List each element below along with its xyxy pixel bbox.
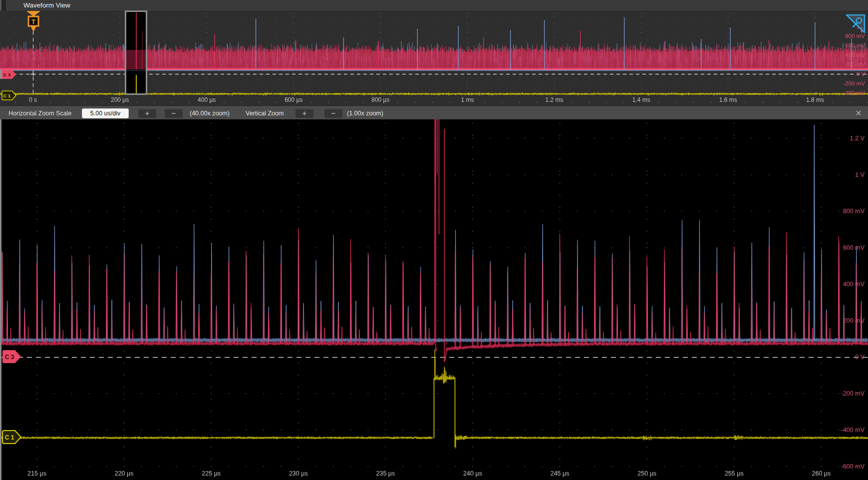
zoom-region-box[interactable]	[125, 10, 147, 95]
vertical-zoom-label: Vertical Zoom	[246, 110, 284, 117]
voltage-tick-label: -400 mV	[841, 427, 865, 434]
vertical-zoom-in-button[interactable]: +	[295, 109, 313, 118]
time-tick-label: 245 µs	[551, 470, 570, 477]
trigger-marker-icon[interactable]: T	[25, 10, 41, 33]
time-tick-label: 240 µs	[463, 470, 482, 477]
voltage-tick-label: 400 mV	[845, 52, 865, 58]
title-bar-left-notch-dark	[1, 0, 6, 10]
time-tick-label: 215 µs	[27, 470, 46, 477]
voltage-tick-label: 600 mV	[843, 244, 865, 251]
svg-text:C 3: C 3	[5, 354, 14, 361]
time-tick-label: 225 µs	[202, 470, 221, 477]
svg-text:C 3: C 3	[3, 72, 11, 77]
time-tick-label: 235 µs	[376, 470, 395, 477]
waveform-view-window: Waveform View 0 s200 µs400 µs600 µs800 µ…	[0, 0, 868, 480]
vertical-zoom-out-button[interactable]: −	[324, 109, 342, 118]
overview-c3-handle[interactable]: C 3	[0, 69, 20, 82]
zoomed-waveform-panel: 215 µs220 µs225 µs230 µs235 µs240 µs245 …	[0, 119, 868, 480]
time-tick-label: 200 µs	[111, 96, 129, 103]
time-tick-label: 260 µs	[812, 470, 831, 477]
horizontal-zoom-in-button[interactable]: +	[138, 109, 156, 118]
time-tick-label: 255 µs	[725, 470, 744, 477]
time-tick-label: 800 µs	[371, 96, 389, 103]
time-tick-label: 600 µs	[285, 96, 302, 103]
trigger-letter: T	[31, 18, 35, 25]
voltage-tick-label: -200 mV	[844, 80, 865, 86]
horizontal-zoom-readout: (40.00x zoom)	[190, 110, 230, 117]
voltage-tick-label: 1 V	[855, 171, 865, 178]
time-tick-label: 250 µs	[637, 470, 656, 477]
svg-text:C 1: C 1	[5, 434, 14, 441]
voltage-tick-label: 400 mV	[843, 281, 865, 288]
main-waveform-canvas[interactable]	[0, 119, 868, 480]
voltage-tick-label: -400 mV	[844, 90, 865, 96]
voltage-tick-label: 0 V	[857, 71, 865, 77]
left-edge-strip	[0, 119, 1, 480]
voltage-tick-label: 200 mV	[845, 61, 865, 67]
time-tick-label: 1.6 ms	[719, 96, 737, 103]
voltage-tick-label: -200 mV	[841, 390, 865, 397]
c3-channel-badge[interactable]: C 3	[0, 350, 23, 367]
page-title: Waveform View	[23, 0, 70, 10]
overview-c1-handle[interactable]: C 1	[0, 90, 20, 103]
title-bar: Waveform View	[0, 0, 868, 10]
voltage-tick-label: 600 mV	[845, 42, 865, 48]
horizontal-zoom-scale-label: Horizontal Zoom Scale	[8, 110, 71, 117]
zoom-toolbar: Horizontal Zoom Scale 5.00 us/div + − (4…	[0, 106, 868, 119]
time-tick-label: 1.8 ms	[806, 96, 824, 103]
time-tick-label: 1.2 ms	[546, 96, 564, 103]
vertical-zoom-readout: (1.00x zoom)	[347, 110, 383, 117]
time-tick-label: 400 µs	[198, 96, 216, 103]
c1-channel-badge[interactable]: C 1	[0, 430, 23, 447]
voltage-tick-label: 200 mV	[843, 317, 865, 324]
record-overview-panel: 0 s200 µs400 µs600 µs800 µs1 ms1.2 ms1.4…	[0, 10, 868, 106]
horizontal-scale-input[interactable]: 5.00 us/div	[82, 108, 129, 118]
zoom-mouse-mode-icon[interactable]	[846, 14, 867, 35]
time-tick-label: 230 µs	[289, 470, 308, 477]
time-tick-label: 220 µs	[115, 470, 134, 477]
time-tick-label: 0 s	[29, 96, 37, 103]
voltage-tick-label: 0 V	[855, 354, 865, 361]
close-zoom-button[interactable]: ×	[852, 107, 865, 119]
horizontal-zoom-out-button[interactable]: −	[165, 109, 183, 118]
time-tick-label: 1 ms	[461, 96, 474, 103]
time-tick-label: 1.4 ms	[632, 96, 650, 103]
voltage-tick-label: 800 mV	[843, 208, 865, 215]
svg-text:C 1: C 1	[3, 93, 11, 98]
voltage-tick-label: 1.2 V	[850, 135, 865, 142]
voltage-tick-label: -600 mV	[841, 463, 865, 470]
